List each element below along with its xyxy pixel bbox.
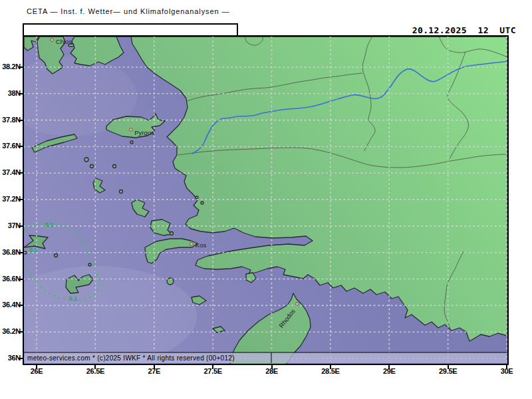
place-label-pyrgos: Pyrgos bbox=[134, 129, 154, 136]
lat-tick-label: 38.2N bbox=[0, 63, 21, 71]
lat-tick-label: 38N bbox=[0, 89, 21, 98]
lat-tick-label: 37.2N bbox=[0, 195, 21, 203]
lon-tick-label: 30E bbox=[489, 367, 524, 376]
lon-tick-label: 29E bbox=[372, 367, 406, 376]
weather-map-page: CETA — Inst. f. Wetter— und Klimafolgena… bbox=[0, 0, 532, 399]
town-marker-kos bbox=[190, 243, 194, 246]
precip-contour-label: 0.1 bbox=[69, 295, 78, 302]
town-marker-pyrgos bbox=[130, 128, 133, 132]
lon-tick-label: 29.5E bbox=[431, 367, 466, 376]
islet bbox=[113, 165, 116, 168]
lat-tick-label: 36.2N bbox=[0, 327, 21, 336]
town-marker-rhodos bbox=[296, 303, 299, 306]
lon-tick-label: 27.5E bbox=[196, 367, 230, 376]
lat-tick-label: 36.4N bbox=[0, 301, 21, 309]
lon-tick-label: 26.5E bbox=[78, 367, 112, 376]
place-label-kos: Kos bbox=[196, 241, 207, 249]
lat-tick-label: 37.4N bbox=[0, 168, 21, 177]
datetime-label: 20.12.2025 12 UTC bbox=[412, 25, 516, 35]
islet bbox=[55, 254, 58, 257]
town-marker-chios bbox=[51, 39, 54, 42]
islet bbox=[84, 158, 88, 162]
islet bbox=[170, 232, 174, 235]
lat-tick-label: 36.8N bbox=[0, 248, 21, 257]
weather-map-canvas: 0.1 0.1 0.1 Chios Pyrgos Kos Rhodos mete… bbox=[24, 37, 507, 364]
lat-tick-label: 36N bbox=[0, 354, 21, 362]
islet bbox=[88, 263, 91, 266]
lon-tick-label: 27E bbox=[137, 367, 172, 376]
lon-tick-label: 28E bbox=[255, 367, 289, 376]
lat-tick-label: 37.6N bbox=[0, 142, 21, 150]
lon-tick-label: 26E bbox=[19, 367, 54, 376]
lat-tick-label: 37N bbox=[0, 221, 21, 230]
islet bbox=[196, 196, 198, 199]
place-label-chios: Chios bbox=[56, 38, 72, 45]
precip-contour-label: 0.1 bbox=[45, 221, 54, 228]
lat-tick-label: 36.6N bbox=[0, 275, 21, 283]
precip-contour-label: 0.1 bbox=[29, 247, 38, 253]
islet bbox=[120, 190, 123, 194]
lon-tick-label: 28.5E bbox=[313, 367, 348, 376]
islet bbox=[130, 141, 133, 144]
islet bbox=[201, 201, 203, 204]
lat-tick-label: 37.8N bbox=[0, 116, 21, 124]
islet bbox=[90, 165, 94, 168]
page-title: CETA — Inst. f. Wetter— und Klimafolgena… bbox=[27, 7, 229, 15]
copyright-text: meteo-services.com * (c)2025 IWKF * All … bbox=[27, 354, 235, 362]
